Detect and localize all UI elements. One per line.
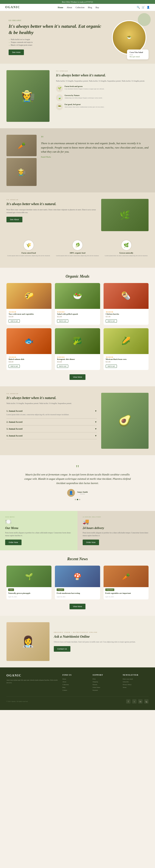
search-icon[interactable]: 🔍 xyxy=(137,6,140,9)
hero-cta-button[interactable]: See more xyxy=(9,50,24,55)
delivery-icon: 🚚 xyxy=(83,519,150,525)
nav-buy[interactable]: Buy xyxy=(96,6,99,9)
hero-list-item: Tempus commodo nisl turpis in xyxy=(9,41,105,44)
feature-farm-text: Farm fresh and green Cras tincidunt lobo… xyxy=(65,85,104,90)
menu-box-button[interactable]: Order Now xyxy=(5,539,22,545)
footer-desc: Amet risus nullam eget felis eget nunc l… xyxy=(6,679,58,684)
badge-organic-desc: Lorem ipsum dolor sit amet consectetur a… xyxy=(55,255,100,257)
news-title-1: Naturally grown pineapple xyxy=(6,591,52,596)
meal-rating-3: ★★★★★ xyxy=(106,311,146,313)
footer-newsletter-privacy[interactable]: Privacy Policy xyxy=(123,684,149,685)
section-headline: It's always better when it's natural. xyxy=(56,73,149,78)
feature-nature-icon: 🍃 xyxy=(56,94,63,101)
footer-link-collection[interactable]: Collection xyxy=(62,684,88,685)
meal-card-3: 🌯 ★★★★★ Chicken burrito $15.00 Add to ca… xyxy=(103,283,149,325)
view-more-wrap: View More xyxy=(6,374,149,380)
accordion-title-2[interactable]: 2. Annual Accord ▼ xyxy=(6,421,97,423)
news-title-3: Fresh vegetables are important xyxy=(103,591,149,596)
feature-good-title: Eat good, feel great xyxy=(65,103,104,105)
social-facebook[interactable]: f xyxy=(126,699,130,704)
view-more-button[interactable]: View More xyxy=(69,374,86,380)
about-cta-button[interactable]: See About xyxy=(6,217,22,222)
accordion-1: 1. Annual Accord ▼ Lorem ipsum dolor sit… xyxy=(6,408,97,418)
cart-icon[interactable]: 🛒 xyxy=(142,6,145,9)
footer-col-support-list: FAQ Shipping Returns Order Status Paymen… xyxy=(93,678,118,691)
top-bar: Best Offer! Product is ready at 07/07/21 xyxy=(0,0,155,4)
features-badges-row: 🌾 Farm raised food Lorem ipsum dolor sit… xyxy=(6,236,149,261)
accordion-title-4[interactable]: 4. Annual Accord ▼ xyxy=(6,435,97,437)
news-title-2: Fresh mushroom harvesting xyxy=(55,591,100,596)
accordion-title-3[interactable]: 3. Annual Accord ▼ xyxy=(6,428,97,430)
site-header: OGANIC Home About Collection Blog Buy 🔍 … xyxy=(0,4,155,11)
news-view-more-button[interactable]: View More xyxy=(69,604,86,609)
badge-grown-desc: Lorem ipsum dolor sit amet consectetur a… xyxy=(104,255,149,257)
user-icon[interactable]: 👤 xyxy=(147,6,150,9)
footer-col-support: Support FAQ Shipping Returns Order Statu… xyxy=(93,674,118,692)
meal-add-cart-2[interactable]: Add to cart xyxy=(57,319,68,322)
about-text: TO SPREAD It's always better when it's n… xyxy=(6,199,97,231)
meal-card-1: 🌮 ★★★★★ Taco with meat and vegetables $1… xyxy=(6,283,52,325)
footer-link-about[interactable]: About xyxy=(62,681,88,683)
meals-title: Organic Meals xyxy=(6,274,149,279)
dot-1[interactable] xyxy=(75,499,76,500)
meal-price-4: $18.00 xyxy=(9,361,49,363)
footer-link-home[interactable]: Home xyxy=(62,678,88,680)
section-body: Nulla facilisi. Ut fringilla. Suspendiss… xyxy=(56,80,149,83)
meal-add-cart-3[interactable]: Add to cart xyxy=(106,319,117,322)
hero-headline: It's always better when it's natural. Ea… xyxy=(9,23,105,35)
nav-blog[interactable]: Blog xyxy=(88,6,92,9)
meal-name-6: Mexican black bean corn xyxy=(106,358,146,360)
accordion-body-1: Lorem ipsum dolor sit amet, consectetur … xyxy=(6,412,97,416)
meal-add-cart-6[interactable]: Add to cart xyxy=(106,365,117,368)
footer-newsletter-subscribe[interactable]: Subscribe xyxy=(123,681,149,683)
badge-farm-desc: Lorem ipsum dolor sit amet consectetur a… xyxy=(6,255,51,257)
accordion-title-1[interactable]: 1. Annual Accord ▼ xyxy=(6,410,97,412)
meal-add-cart-5[interactable]: Add to cart xyxy=(57,365,68,368)
dot-3[interactable] xyxy=(79,499,80,500)
logo[interactable]: OGANIC xyxy=(5,6,20,9)
social-twitter[interactable]: t xyxy=(132,699,136,704)
feature-farm: 🌱 Farm fresh and green Cras tincidunt lo… xyxy=(56,85,149,92)
footer-link-faq[interactable]: FAQ xyxy=(93,678,118,680)
footer-newsletter-terms[interactable]: Terms xyxy=(123,687,149,688)
meal-card-6: 🌽 ★★★★★ Mexican black bean corn $13.00 A… xyxy=(103,328,149,370)
meal-image-5: 🥦 xyxy=(55,328,100,354)
footer-link-returns[interactable]: Returns xyxy=(93,684,118,685)
nav-home[interactable]: Home xyxy=(58,6,63,9)
about-headline: It's always better when it's natural. xyxy=(6,202,97,207)
meal-info-1: ★★★★★ Taco with meat and vegetables $14.… xyxy=(6,309,52,325)
nav-about[interactable]: About xyxy=(67,6,72,9)
meal-add-cart-1[interactable]: Add to cart xyxy=(9,319,20,322)
meal-image-2: 🥗 xyxy=(55,283,100,309)
testimonial-section: " Mauris facilisi sem ut fermentum congu… xyxy=(0,455,155,511)
meal-rating-5: ★★★★★ xyxy=(57,356,98,358)
feature-farm-title: Farm fresh and green xyxy=(65,85,104,87)
dot-2[interactable] xyxy=(77,499,78,500)
footer-link-blog[interactable]: Blog xyxy=(62,687,88,688)
nav-collection[interactable]: Collection xyxy=(75,6,85,9)
meal-info-6: ★★★★★ Mexican black bean corn $13.00 Add… xyxy=(103,354,149,370)
delivery-box-tag: 24 HOURS DELIVERY xyxy=(83,516,150,518)
footer-newsletter-email[interactable]: Enter your email xyxy=(123,678,149,680)
delivery-box-button[interactable]: Order Now xyxy=(83,539,99,545)
footer-link-shipping[interactable]: Shipping xyxy=(93,681,118,683)
meal-name-2: Salad with grilled squash xyxy=(57,313,98,315)
quote-author: Daniel Marks xyxy=(41,156,149,158)
quote-image-2: 👨‍🌾 xyxy=(6,158,37,186)
about-tag: TO SPREAD xyxy=(6,199,97,200)
cta-headline: Ask a Nutritionist Online xyxy=(54,634,149,639)
info-tag: TO SPREAD xyxy=(6,393,97,395)
cta-button[interactable]: Contact Us xyxy=(54,646,70,652)
footer-link-contact[interactable]: Contact xyxy=(62,689,88,691)
footer-link-payment[interactable]: Payment xyxy=(93,689,118,691)
footer-social: f t in ig xyxy=(126,699,149,704)
cta-section: 👩‍⚕️ ORGANIC FOOD • NUTRITIONIST ONLINE … xyxy=(0,616,155,668)
footer-link-orderstatus[interactable]: Order Status xyxy=(93,687,118,688)
meal-add-cart-4[interactable]: Add to cart xyxy=(9,365,20,368)
social-linkedin[interactable]: in xyxy=(138,699,143,704)
meal-info-3: ★★★★★ Chicken burrito $15.00 Add to cart xyxy=(103,309,149,325)
site-footer: OGANIC Amet risus nullam eget felis eget… xyxy=(0,668,155,710)
social-instagram[interactable]: ig xyxy=(144,699,149,704)
meals-grid: 🌮 ★★★★★ Taco with meat and vegetables $1… xyxy=(6,283,149,370)
testimonial-quote-text: Mauris facilisi sem ut fermentum congue.… xyxy=(24,472,131,486)
